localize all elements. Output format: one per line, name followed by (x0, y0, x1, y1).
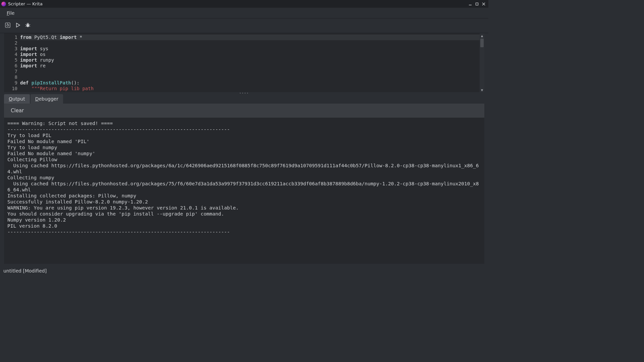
svg-line-10 (29, 26, 30, 26)
bottom-tabbar: Output Debugger (4, 94, 484, 104)
menubar: File (0, 8, 488, 18)
grip-icon: •••• (239, 93, 249, 94)
scroll-down-icon[interactable]: ▾ (480, 87, 484, 92)
editor-scrollbar[interactable]: ▴ ▾ (480, 33, 484, 92)
line-gutter: 12345678910 (4, 33, 20, 92)
output-toolbar: Clear (4, 104, 484, 118)
code-editor[interactable]: 12345678910 from PyQt5.Qt import *import… (4, 33, 484, 92)
svg-line-12 (27, 23, 27, 24)
svg-line-7 (25, 24, 26, 25)
menu-file[interactable]: File (4, 9, 17, 17)
scroll-thumb[interactable] (480, 39, 484, 47)
reload-button[interactable] (4, 22, 11, 29)
reload-icon (5, 22, 11, 29)
app-icon (1, 2, 6, 6)
minimize-button[interactable] (467, 1, 474, 7)
code-area[interactable]: from PyQt5.Qt import *import sysimport o… (20, 33, 480, 92)
output-area[interactable]: ==== Warning: Script not saved! ==== ---… (4, 118, 484, 264)
statusbar: untitled [Modified] (0, 266, 488, 275)
bug-icon (25, 22, 31, 29)
svg-rect-1 (476, 3, 478, 5)
debug-button[interactable] (24, 22, 32, 29)
svg-line-9 (25, 26, 26, 26)
scroll-up-icon[interactable]: ▴ (480, 33, 484, 38)
titlebar: Scripter — Krita (0, 0, 488, 8)
svg-marker-5 (16, 23, 20, 27)
tab-output[interactable]: Output (4, 94, 30, 104)
maximize-button[interactable] (474, 1, 480, 7)
clear-button[interactable]: Clear (9, 107, 25, 114)
window-title: Scripter — Krita (8, 1, 43, 6)
run-button[interactable] (14, 22, 21, 29)
svg-point-6 (26, 24, 29, 27)
tab-debugger[interactable]: Debugger (31, 94, 63, 104)
play-icon (15, 22, 21, 29)
status-text: untitled [Modified] (3, 268, 47, 274)
svg-line-13 (29, 23, 29, 24)
close-button[interactable] (480, 1, 487, 7)
svg-line-8 (29, 24, 30, 25)
toolbar (0, 18, 488, 33)
